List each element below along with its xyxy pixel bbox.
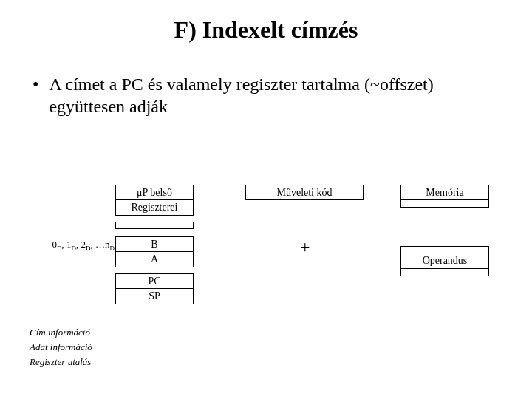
diagram: μP belső Regiszterei B A PC SP 0D, 1D, 2… xyxy=(0,176,532,368)
bullet-item: • A címet a PC és valamely regiszter tar… xyxy=(33,73,499,117)
slide-title: F) Indexelt címzés xyxy=(0,16,532,44)
register-spacer xyxy=(115,222,194,229)
bullet-dot: • xyxy=(33,73,38,117)
opcode-box: Műveleti kód xyxy=(245,185,364,200)
legend: Cím információ Adat információ Regiszter… xyxy=(30,327,92,371)
bullet-list: • A címet a PC és valamely regiszter tar… xyxy=(0,73,532,117)
registers-label-box: Regiszterei xyxy=(115,200,194,216)
plus-symbol: + xyxy=(300,237,310,257)
register-b: B xyxy=(115,236,194,252)
legend-cim: Cím információ xyxy=(30,327,92,338)
memory-header-box: Memória xyxy=(400,185,489,200)
up-header-box: μP belső xyxy=(115,185,194,200)
memory-spacer-mid xyxy=(400,246,489,253)
register-sp: SP xyxy=(115,289,194,304)
databus-label: 0D, 1D, 2D, …nD xyxy=(30,239,115,252)
memory-spacer-bot xyxy=(400,269,489,276)
legend-regiszter: Regiszter utalás xyxy=(30,356,92,368)
memory-operand-box: Operandus xyxy=(400,253,489,269)
register-pc: PC xyxy=(115,273,194,289)
register-a: A xyxy=(115,252,194,267)
legend-adat: Adat információ xyxy=(30,341,92,353)
memory-spacer-top xyxy=(400,200,489,208)
bullet-text: A címet a PC és valamely regiszter tarta… xyxy=(49,73,499,117)
